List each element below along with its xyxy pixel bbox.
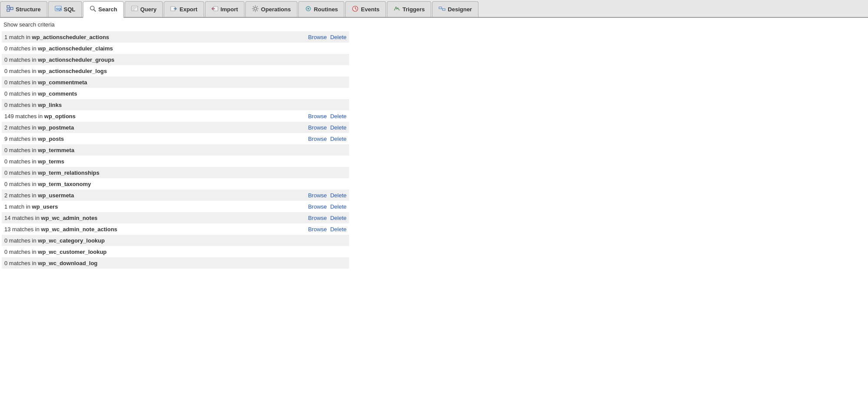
action-cell: Browse Delete	[255, 212, 349, 223]
result-cell: 2 matches in wp_usermeta	[2, 190, 255, 201]
action-cell	[255, 235, 349, 246]
table-name: wp_comments	[38, 90, 77, 97]
table-name: wp_options	[44, 113, 76, 120]
import-icon	[211, 5, 218, 13]
svg-line-8	[94, 10, 96, 11]
delete-link[interactable]: Delete	[330, 34, 347, 40]
result-cell: 0 matches in wp_actionscheduler_groups	[2, 54, 255, 65]
triggers-icon	[393, 5, 400, 13]
tab-sql[interactable]: SQL SQL	[48, 1, 82, 17]
table-name: wp_actionscheduler_logs	[38, 68, 107, 74]
result-cell: 0 matches in wp_wc_customer_lookup	[2, 246, 255, 257]
routines-icon	[305, 5, 312, 13]
table-row: 2 matches in wp_postmetaBrowse Delete	[2, 122, 349, 133]
match-count: 0 matches in	[4, 79, 38, 86]
tab-import[interactable]: Import	[205, 1, 244, 17]
table-row: 0 matches in wp_wc_download_log	[2, 257, 349, 269]
search-icon	[89, 5, 96, 13]
table-row: 13 matches in wp_wc_admin_note_actionsBr…	[2, 223, 349, 235]
svg-rect-0	[7, 6, 10, 8]
table-row: 9 matches in wp_postsBrowse Delete	[2, 133, 349, 144]
tab-operations[interactable]: Operations	[245, 1, 297, 17]
table-name: wp_term_taxonomy	[38, 181, 91, 187]
browse-link[interactable]: Browse	[308, 136, 327, 142]
action-cell	[255, 54, 349, 65]
tab-structure[interactable]: Structure	[0, 1, 47, 17]
tab-triggers[interactable]: Triggers	[387, 1, 431, 17]
result-cell: 9 matches in wp_posts	[2, 133, 255, 144]
table-row: 0 matches in wp_links	[2, 99, 349, 110]
result-cell: 14 matches in wp_wc_admin_notes	[2, 212, 255, 223]
match-count: 149 matches in	[4, 113, 44, 120]
result-cell: 0 matches in wp_termmeta	[2, 144, 255, 156]
show-criteria-label: Show search criteria	[3, 21, 55, 28]
table-row: 0 matches in wp_term_relationships	[2, 167, 349, 178]
tab-designer-label: Designer	[448, 6, 472, 13]
table-row: 0 matches in wp_actionscheduler_logs	[2, 65, 349, 76]
result-cell: 13 matches in wp_wc_admin_note_actions	[2, 223, 255, 235]
browse-link[interactable]: Browse	[308, 124, 327, 131]
result-cell: 1 match in wp_actionscheduler_actions	[2, 31, 255, 43]
table-row: 1 match in wp_usersBrowse Delete	[2, 201, 349, 212]
browse-link[interactable]: Browse	[308, 215, 327, 221]
result-cell: 0 matches in wp_wc_category_lookup	[2, 235, 255, 246]
match-count: 0 matches in	[4, 68, 38, 74]
table-name: wp_posts	[38, 136, 64, 142]
match-count: 0 matches in	[4, 147, 38, 153]
table-row: 0 matches in wp_termmeta	[2, 144, 349, 156]
tab-query[interactable]: Query	[125, 1, 163, 17]
match-count: 0 matches in	[4, 158, 38, 165]
svg-point-19	[307, 8, 309, 10]
table-row: 0 matches in wp_commentmeta	[2, 76, 349, 88]
delete-link[interactable]: Delete	[330, 203, 347, 210]
table-name: wp_termmeta	[38, 147, 74, 153]
delete-link[interactable]: Delete	[330, 192, 347, 199]
svg-rect-2	[10, 7, 13, 10]
browse-link[interactable]: Browse	[308, 226, 327, 233]
sql-icon: SQL	[55, 5, 62, 13]
browse-link[interactable]: Browse	[308, 203, 327, 210]
result-cell: 0 matches in wp_links	[2, 99, 255, 110]
tab-routines[interactable]: Routines	[298, 1, 345, 17]
match-count: 0 matches in	[4, 260, 38, 266]
svg-rect-1	[7, 9, 10, 11]
action-cell	[255, 76, 349, 88]
tab-events[interactable]: Events	[345, 1, 386, 17]
table-row: 0 matches in wp_wc_customer_lookup	[2, 246, 349, 257]
table-row: 149 matches in wp_optionsBrowse Delete	[2, 110, 349, 122]
action-cell	[255, 178, 349, 190]
tab-designer[interactable]: Designer	[432, 1, 479, 17]
tab-routines-label: Routines	[314, 6, 338, 13]
result-cell: 0 matches in wp_term_relationships	[2, 167, 255, 178]
content-area: Show search criteria 1 match in wp_actio…	[0, 18, 868, 271]
delete-link[interactable]: Delete	[330, 136, 347, 142]
action-cell	[255, 43, 349, 54]
action-cell	[255, 88, 349, 99]
table-name: wp_links	[38, 102, 62, 108]
delete-link[interactable]: Delete	[330, 215, 347, 221]
match-count: 1 match in	[4, 203, 32, 210]
table-name: wp_wc_category_lookup	[38, 237, 105, 244]
table-name: wp_users	[32, 203, 58, 210]
browse-link[interactable]: Browse	[308, 113, 327, 120]
delete-link[interactable]: Delete	[330, 226, 347, 233]
show-criteria[interactable]: Show search criteria	[2, 20, 866, 29]
table-name: wp_wc_admin_note_actions	[41, 226, 118, 233]
action-cell: Browse Delete	[255, 122, 349, 133]
structure-icon	[7, 5, 13, 13]
result-cell: 1 match in wp_users	[2, 201, 255, 212]
result-cell: 2 matches in wp_postmeta	[2, 122, 255, 133]
action-cell	[255, 156, 349, 167]
tab-export[interactable]: Export	[164, 1, 204, 17]
browse-link[interactable]: Browse	[308, 34, 327, 40]
browse-link[interactable]: Browse	[308, 192, 327, 199]
match-count: 0 matches in	[4, 57, 38, 63]
delete-link[interactable]: Delete	[330, 113, 347, 120]
table-row: 14 matches in wp_wc_admin_notesBrowse De…	[2, 212, 349, 223]
tab-structure-label: Structure	[16, 6, 41, 13]
table-name: wp_wc_admin_notes	[41, 215, 98, 221]
delete-link[interactable]: Delete	[330, 124, 347, 131]
tab-search[interactable]: Search	[83, 1, 124, 18]
match-count: 2 matches in	[4, 124, 38, 131]
designer-icon	[439, 5, 446, 13]
